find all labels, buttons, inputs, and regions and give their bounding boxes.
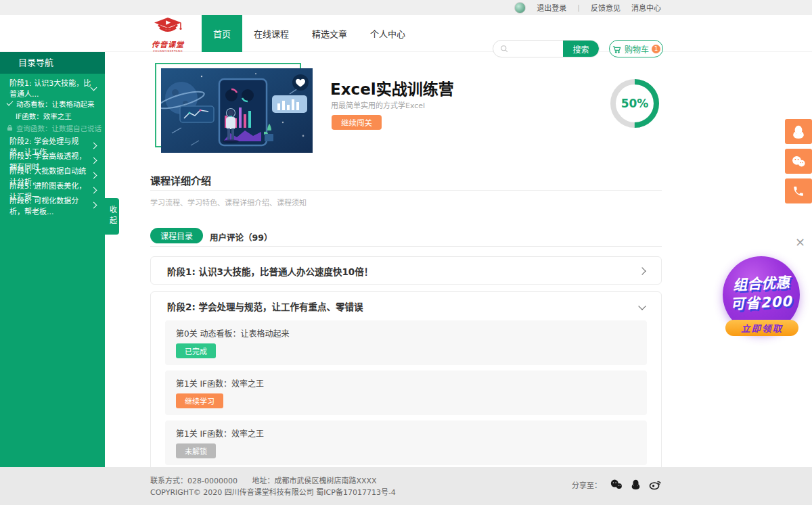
cart-button[interactable]: 购物车 1 [609, 40, 663, 57]
phone-contact-button[interactable] [785, 178, 812, 203]
sidebar-title: 目录导航 [0, 52, 105, 74]
chevron-right-icon [91, 158, 97, 164]
sidebar-collapse-button[interactable]: 收起 [105, 198, 119, 235]
logo-icon [153, 17, 183, 36]
lesson-status-badge-locked[interactable]: 未解锁 [176, 443, 216, 458]
promo-line-2: 可省200 [722, 289, 800, 314]
sidebar-lesson-label: IF函数：效率之王 [16, 111, 72, 121]
divider: | [577, 3, 580, 12]
sidebar-stage-6[interactable]: 阶段6: 可视化数据分析，帮老板... [0, 199, 105, 212]
share-label: 分享至： [572, 479, 602, 490]
messages-link[interactable]: 消息中心 [631, 2, 661, 13]
chevron-right-icon [91, 172, 97, 179]
lesson-status-badge-done[interactable]: 已完成 [176, 343, 216, 358]
logout-link[interactable]: 退出登录 [537, 2, 566, 13]
course-title: Excel实战训练营 [330, 76, 454, 99]
lesson-name: 第1关 IF函数：效率之王 [176, 377, 636, 389]
sidebar-lesson-done[interactable]: 动态看板：让表格动起来 [0, 98, 105, 109]
sidebar-lesson-label: 查询函数：让数据自己说话 [16, 123, 102, 133]
top-utility-bar: 退出登录 | 反馈意见 消息中心 [0, 0, 812, 15]
cart-icon [612, 44, 622, 54]
sidebar-stage-1[interactable]: 阶段1: 认识3大技能，比普通人... [0, 81, 105, 94]
chevron-right-icon [91, 202, 97, 209]
footer: 联系方式：028-0000000 地址：成都市武侯区槐树店南路XXXX COPY… [0, 467, 812, 505]
lesson-name: 第1关 IF函数：效率之王 [176, 427, 636, 439]
search-icon [499, 44, 509, 53]
sidebar-stage-1-label: 阶段1: 认识3大技能，比普通人... [9, 77, 91, 99]
accordion-stage-2-title: 阶段2: 学会处理与规范，让工作有重点、零错误 [167, 299, 363, 313]
cart-label: 购物车 [625, 43, 649, 55]
sidebar-lesson-current[interactable]: IF函数：效率之王 [0, 110, 105, 121]
continue-course-button[interactable]: 继续闯关 [332, 115, 382, 130]
course-subtitle: 用最简单实用的方式学Excel [331, 99, 425, 110]
chevron-down-icon [638, 302, 646, 310]
progress-ring: 50% [609, 78, 660, 129]
sidebar-lesson-locked[interactable]: 查询函数：让数据自己说话 [0, 122, 105, 133]
footer-share: 分享至： [572, 479, 662, 490]
sidebar-lesson-label: 动态看板：让表格动起来 [16, 99, 95, 109]
nav-menu: 首页 在线课程 精选文章 个人中心 [202, 15, 417, 52]
wechat-share-icon[interactable] [610, 479, 623, 490]
phone-icon [792, 185, 805, 197]
weibo-share-icon[interactable] [649, 479, 662, 490]
catalog-sidebar: 目录导航 阶段1: 认识3大技能，比普通人... 动态看板：让表格动起来 IF函… [0, 52, 105, 467]
divider-line [150, 190, 662, 191]
chevron-right-icon [638, 267, 646, 274]
divider-line [150, 246, 662, 247]
logo-title: 传音课堂 [150, 39, 185, 49]
search-bar: 搜索 [493, 40, 600, 57]
search-button[interactable]: 搜索 [563, 40, 599, 57]
nav-tab-home[interactable]: 首页 [202, 15, 242, 52]
tab-catalog[interactable]: 课程目录 [150, 228, 203, 243]
logo-subtitle: CHUANYINKETANG [150, 49, 185, 53]
lock-icon [7, 124, 13, 131]
lesson-row: 第0关 动态看板：让表格动起来 已完成 [165, 320, 647, 365]
footer-contact: 联系方式：028-0000000 [150, 477, 238, 485]
cart-count-badge: 1 [652, 45, 660, 53]
sidebar-stage-6-label: 阶段6: 可视化数据分析，帮老板... [9, 195, 91, 216]
tab-comments[interactable]: 用户评论（99） [210, 231, 272, 243]
course-banner-image[interactable] [161, 68, 313, 153]
main-navbar: 传音课堂 CHUANYINKETANG 首页 在线课程 精选文章 个人中心 搜索… [0, 15, 812, 52]
nav-tab-courses[interactable]: 在线课程 [242, 15, 300, 52]
accordion-stage-1-title: 阶段1: 认识3大技能，比普通人办公速度快10倍！ [167, 264, 373, 278]
check-icon [7, 99, 14, 106]
detail-description: 学习流程、学习特色、课程详细介绍、课程须知 [150, 197, 307, 208]
detail-heading: 课程详细介绍 [150, 173, 211, 187]
chevron-right-icon [91, 143, 97, 149]
chevron-right-icon [91, 187, 97, 194]
promo-close-icon[interactable]: × [795, 236, 805, 248]
accordion-stage-2: 阶段2: 学会处理与规范，让工作有重点、零错误 第0关 动态看板：让表格动起来 … [150, 291, 662, 481]
promo-claim-button[interactable]: 立即领取 [725, 320, 798, 336]
lesson-row: 第1关 IF函数：效率之王 继续学习 [165, 370, 647, 415]
qq-icon [792, 124, 805, 139]
footer-address: 地址：成都市武侯区槐树店南路XXXX [252, 477, 376, 485]
lesson-row: 第1关 IF函数：效率之王 未解锁 [165, 420, 647, 465]
footer-contact-line: 联系方式：028-0000000 地址：成都市武侯区槐树店南路XXXX [150, 475, 389, 485]
qq-share-icon[interactable] [631, 479, 641, 490]
lesson-name: 第0关 动态看板：让表格动起来 [176, 327, 636, 339]
footer-copyright: COPYRIGHT© 2020 四川传音课堂科技有限公司 蜀ICP备170177… [150, 486, 396, 497]
progress-percentage: 50% [609, 78, 660, 129]
chevron-down-icon [91, 85, 97, 91]
wechat-contact-button[interactable] [785, 149, 812, 174]
accordion-stage-2-header[interactable]: 阶段2: 学会处理与规范，让工作有重点、零错误 [151, 292, 661, 320]
lesson-status-badge-continue[interactable]: 继续学习 [176, 393, 223, 408]
user-avatar[interactable] [514, 2, 526, 14]
search-input[interactable] [509, 40, 563, 57]
wechat-icon [791, 155, 806, 168]
site-logo[interactable]: 传音课堂 CHUANYINKETANG [150, 17, 185, 53]
feedback-link[interactable]: 反馈意见 [591, 2, 621, 13]
qq-contact-button[interactable] [785, 119, 812, 144]
nav-tab-articles[interactable]: 精选文章 [300, 15, 359, 52]
nav-tab-profile[interactable]: 个人中心 [359, 15, 417, 52]
accordion-stage-1[interactable]: 阶段1: 认识3大技能，比普通人办公速度快10倍！ [150, 256, 662, 285]
